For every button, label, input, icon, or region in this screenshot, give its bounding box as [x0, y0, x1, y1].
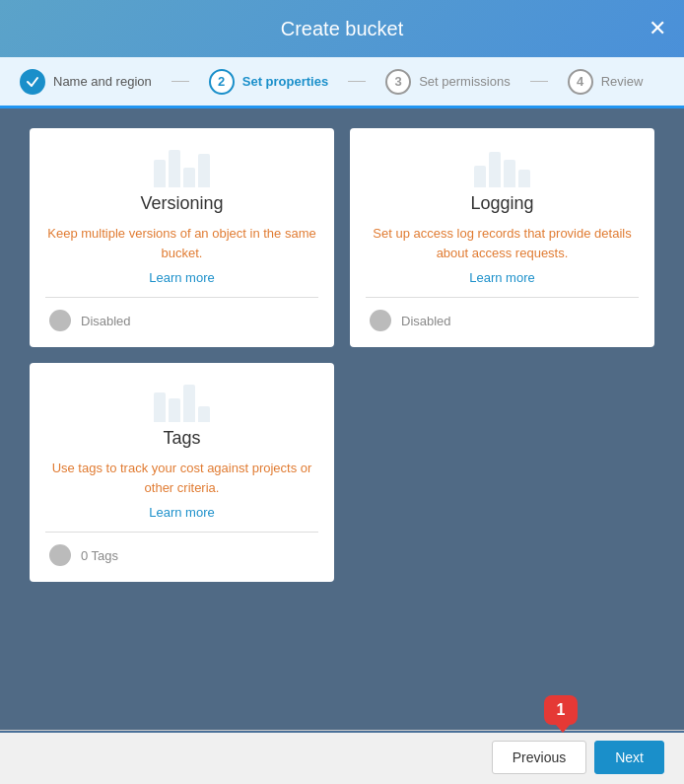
logging-divider: [366, 297, 639, 298]
step-4[interactable]: 4 Review: [568, 69, 644, 95]
steps-bar: Name and region 2 Set properties 3 Set p…: [0, 57, 684, 108]
previous-button[interactable]: Previous: [492, 741, 586, 774]
versioning-desc: Keep multiple versions of an object in t…: [45, 224, 318, 262]
versioning-divider: [45, 297, 318, 298]
step-3[interactable]: 3 Set permissions: [385, 69, 510, 95]
logging-title: Logging: [470, 193, 533, 214]
step-divider-1: [171, 81, 189, 82]
step-1-label: Name and region: [53, 74, 152, 89]
step-4-label: Review: [601, 74, 644, 89]
logging-toggle-row: Disabled: [366, 310, 639, 331]
tags-icon: [153, 379, 212, 422]
modal-body: Versioning Keep multiple versions of an …: [0, 108, 684, 730]
step-divider-3: [530, 81, 548, 82]
step-3-circle: 3: [385, 69, 411, 95]
versioning-icon: [153, 144, 212, 187]
logging-learn-more[interactable]: Learn more: [469, 270, 534, 285]
logging-toggle[interactable]: [370, 310, 391, 331]
tags-desc: Use tags to track your cost against proj…: [45, 459, 318, 497]
tags-learn-more[interactable]: Learn more: [149, 505, 214, 520]
tags-toggle-label: 0 Tags: [81, 548, 118, 563]
logging-toggle-label: Disabled: [401, 314, 451, 328]
versioning-toggle-label: Disabled: [81, 314, 131, 328]
versioning-toggle[interactable]: [49, 310, 71, 331]
versioning-title: Versioning: [140, 193, 223, 214]
tags-card: Tags Use tags to track your cost against…: [30, 363, 334, 582]
modal-footer: 1 Previous Next: [0, 730, 684, 784]
tags-divider: [45, 532, 318, 533]
tags-toggle[interactable]: [49, 544, 71, 566]
notification-count: 1: [557, 701, 566, 719]
cards-grid: Versioning Keep multiple versions of an …: [30, 128, 654, 582]
close-button[interactable]: ✕: [649, 18, 666, 39]
step-3-label: Set permissions: [419, 74, 510, 89]
step-4-circle: 4: [568, 69, 593, 95]
logging-icon: [473, 144, 532, 187]
checkmark-icon: [26, 75, 39, 89]
step-2-label: Set properties: [242, 74, 328, 89]
step-1-circle: [20, 69, 45, 95]
footer-line: [0, 731, 684, 733]
modal-title: Create bucket: [281, 18, 404, 40]
step-2-circle: 2: [209, 69, 235, 95]
versioning-toggle-row: Disabled: [45, 310, 318, 331]
step-divider-2: [348, 81, 366, 82]
versioning-learn-more[interactable]: Learn more: [149, 270, 214, 285]
tags-toggle-row: 0 Tags: [45, 544, 318, 566]
notification-bubble: 1: [544, 695, 578, 725]
tags-title: Tags: [163, 428, 200, 449]
versioning-card: Versioning Keep multiple versions of an …: [30, 128, 334, 347]
create-bucket-modal: Create bucket ✕ Name and region 2 Set pr…: [0, 0, 684, 784]
step-2[interactable]: 2 Set properties: [209, 69, 328, 95]
next-button[interactable]: Next: [594, 741, 664, 774]
modal-header: Create bucket ✕: [0, 0, 684, 57]
logging-desc: Set up access log records that provide d…: [366, 224, 639, 262]
logging-card: Logging Set up access log records that p…: [350, 128, 654, 347]
step-1[interactable]: Name and region: [20, 69, 152, 95]
